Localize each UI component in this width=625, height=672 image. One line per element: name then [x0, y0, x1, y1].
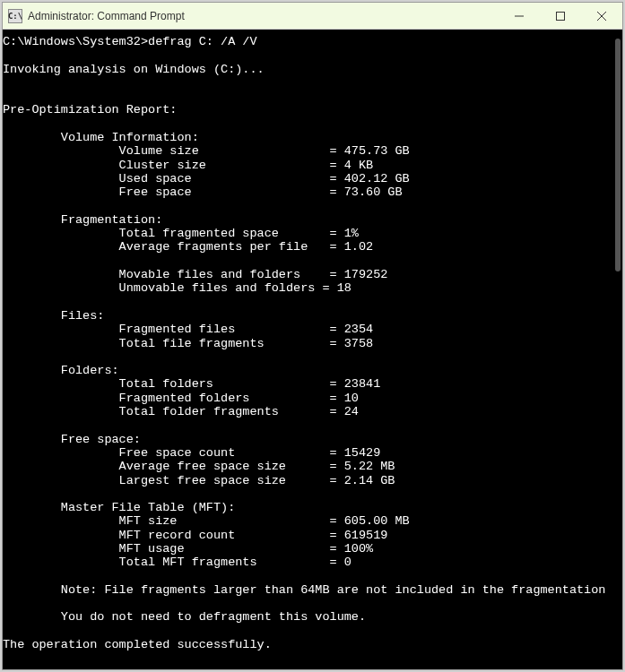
- maximize-button[interactable]: [540, 3, 581, 29]
- terminal-wrap: C:\Windows\System32>defrag C: /A /V Invo…: [3, 30, 622, 669]
- titlebar[interactable]: C:\ Administrator: Command Prompt: [3, 3, 622, 30]
- command-prompt-window: C:\ Administrator: Command Prompt C:\Win…: [2, 2, 623, 670]
- terminal-output[interactable]: C:\Windows\System32>defrag C: /A /V Invo…: [3, 30, 606, 669]
- scrollbar-track[interactable]: [606, 30, 622, 669]
- svg-rect-1: [557, 12, 565, 20]
- minimize-button[interactable]: [499, 3, 540, 29]
- cmd-icon: C:\: [8, 9, 22, 23]
- window-controls: [499, 3, 622, 29]
- scrollbar-thumb[interactable]: [615, 39, 621, 271]
- close-button[interactable]: [581, 3, 622, 29]
- window-title: Administrator: Command Prompt: [28, 10, 499, 22]
